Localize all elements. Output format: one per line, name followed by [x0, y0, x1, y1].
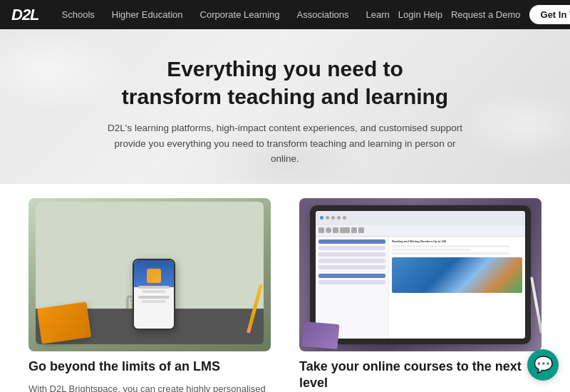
- hero-section: Everything you need to transform teachin…: [0, 29, 570, 184]
- orange-book: [37, 301, 91, 344]
- logo[interactable]: D2L: [11, 6, 39, 24]
- digital-content-card: Reading and Writing Numbers Up to 100 Ta…: [299, 198, 542, 392]
- brightspace-card-image: [28, 198, 271, 351]
- nav-link-corporate-learning[interactable]: Corporate Learning: [192, 0, 289, 29]
- nav-link-schools[interactable]: Schools: [53, 0, 103, 29]
- request-demo-link[interactable]: Request a Demo: [451, 9, 521, 20]
- stylus: [530, 277, 542, 333]
- navbar: D2L Schools Higher Education Corporate L…: [0, 0, 570, 29]
- login-help-link[interactable]: Login Help: [398, 9, 442, 20]
- phone: [133, 259, 175, 330]
- nav-links: Schools Higher Education Corporate Learn…: [53, 0, 398, 29]
- get-in-touch-button[interactable]: Get In Touch: [529, 5, 570, 24]
- nav-actions: Login Help Request a Demo Get In Touch 🌐: [398, 5, 570, 24]
- hero-description: D2L's learning platforms, high-impact co…: [100, 120, 470, 167]
- brightspace-card: Go beyond the limits of an LMS With D2L …: [28, 198, 271, 392]
- hero-title: Everything you need to transform teachin…: [28, 55, 542, 110]
- chat-bubble[interactable]: 💬: [527, 349, 559, 381]
- nav-link-associations[interactable]: Associations: [289, 0, 358, 29]
- digital-content-card-image: Reading and Writing Numbers Up to 100: [299, 198, 542, 351]
- nav-link-learn[interactable]: Learn: [358, 0, 398, 29]
- brightspace-card-title: Go beyond the limits of an LMS: [28, 359, 271, 375]
- brightspace-card-description: With D2L Brightspace, you can create hig…: [28, 382, 271, 392]
- chat-icon: 💬: [534, 357, 553, 373]
- digital-content-card-title: Take your online courses to the next lev…: [299, 359, 542, 392]
- notebook: [302, 321, 340, 349]
- nav-link-higher-education[interactable]: Higher Education: [103, 0, 192, 29]
- tablet: Reading and Writing Numbers Up to 100: [310, 205, 531, 344]
- cards-section: Go beyond the limits of an LMS With D2L …: [0, 184, 570, 392]
